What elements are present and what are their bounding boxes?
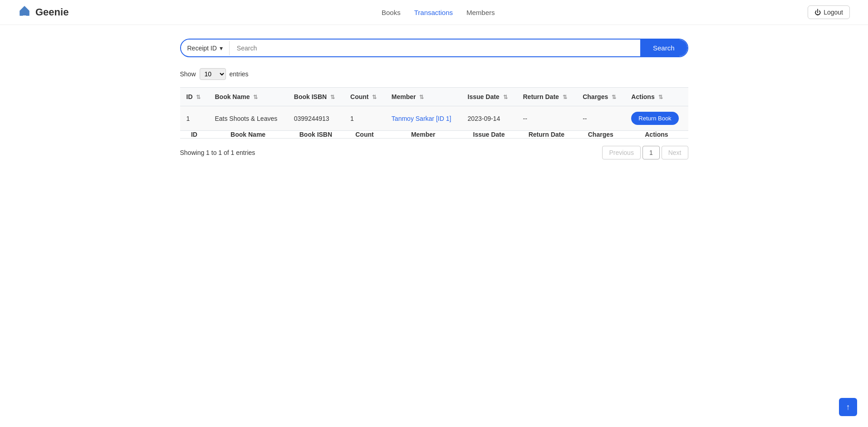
sort-member-icon: ⇅ <box>419 94 424 100</box>
pagination-info: Showing 1 to 1 of 1 entries <box>180 149 255 156</box>
next-button[interactable]: Next <box>662 146 688 159</box>
show-label: Show <box>180 70 196 78</box>
search-input[interactable] <box>230 40 640 56</box>
entries-label-after: entries <box>230 70 249 78</box>
col-issue-date[interactable]: Issue Date ⇅ <box>461 88 517 106</box>
pagination-controls: Previous 1 Next <box>602 146 688 159</box>
col-return-date[interactable]: Return Date ⇅ <box>516 88 576 106</box>
footer-col-charges: Charges <box>576 131 625 139</box>
row-charges: -- <box>576 106 625 131</box>
col-actions[interactable]: Actions ⇅ <box>625 88 688 106</box>
table-header: ID ⇅ Book Name ⇅ Book ISBN ⇅ Count ⇅ Mem… <box>180 88 688 106</box>
nav-links: Books Transactions Members <box>382 9 495 16</box>
show-entries: Show 10 25 50 100 entries <box>180 68 688 80</box>
footer-col-actions: Actions <box>625 131 688 139</box>
col-book-name[interactable]: Book Name ⇅ <box>208 88 287 106</box>
table-row: 1 Eats Shoots & Leaves 0399244913 1 Tanm… <box>180 106 688 131</box>
footer-col-book-name: Book Name <box>208 131 287 139</box>
navbar: Geenie Books Transactions Members ⏻ Logo… <box>0 0 868 25</box>
sort-actions-icon: ⇅ <box>658 94 663 100</box>
logout-icon: ⏻ <box>814 9 821 16</box>
previous-button[interactable]: Previous <box>602 146 640 159</box>
footer-col-return-date: Return Date <box>516 131 576 139</box>
search-button[interactable]: Search <box>640 40 687 56</box>
sort-id-icon: ⇅ <box>196 94 201 100</box>
page-1-button[interactable]: 1 <box>642 146 660 159</box>
row-member: Tanmoy Sarkar [ID 1] <box>385 106 461 131</box>
main-content: Receipt ID ▾ Search Show 10 25 50 100 en… <box>162 25 706 173</box>
col-charges[interactable]: Charges ⇅ <box>576 88 625 106</box>
footer-col-book-isbn: Book ISBN <box>288 131 344 139</box>
app-name: Geenie <box>35 6 69 18</box>
row-book-isbn: 0399244913 <box>288 106 344 131</box>
sort-count-icon: ⇅ <box>372 94 377 100</box>
brand: Geenie <box>18 5 69 20</box>
row-issue-date: 2023-09-14 <box>461 106 517 131</box>
return-book-button[interactable]: Return Book <box>631 112 678 125</box>
row-book-name: Eats Shoots & Leaves <box>208 106 287 131</box>
footer-col-count: Count <box>344 131 385 139</box>
footer-col-member: Member <box>385 131 461 139</box>
row-id: 1 <box>180 106 209 131</box>
logout-label: Logout <box>824 9 843 16</box>
table-body: 1 Eats Shoots & Leaves 0399244913 1 Tanm… <box>180 106 688 131</box>
col-count[interactable]: Count ⇅ <box>344 88 385 106</box>
sort-book-name-icon: ⇅ <box>253 94 258 100</box>
sort-charges-icon: ⇅ <box>612 94 616 100</box>
nav-transactions[interactable]: Transactions <box>414 9 453 16</box>
sort-return-date-icon: ⇅ <box>563 94 567 100</box>
row-count: 1 <box>344 106 385 131</box>
logout-button[interactable]: ⏻ Logout <box>808 5 850 19</box>
table-footer-header: ID Book Name Book ISBN Count Member Issu… <box>180 131 688 139</box>
svg-rect-0 <box>23 13 26 15</box>
search-filter-dropdown[interactable]: Receipt ID ▾ <box>181 41 230 55</box>
filter-label: Receipt ID <box>187 45 217 52</box>
sort-issue-date-icon: ⇅ <box>503 94 508 100</box>
pagination-section: Showing 1 to 1 of 1 entries Previous 1 N… <box>180 146 688 159</box>
entries-select[interactable]: 10 25 50 100 <box>200 68 226 80</box>
transactions-table: ID ⇅ Book Name ⇅ Book ISBN ⇅ Count ⇅ Mem… <box>180 87 688 139</box>
nav-members[interactable]: Members <box>466 9 495 16</box>
sort-book-isbn-icon: ⇅ <box>330 94 335 100</box>
footer-col-id: ID <box>180 131 209 139</box>
nav-books[interactable]: Books <box>382 9 401 16</box>
row-return-date: -- <box>516 106 576 131</box>
chevron-down-icon: ▾ <box>220 45 223 52</box>
col-id[interactable]: ID ⇅ <box>180 88 209 106</box>
col-book-isbn[interactable]: Book ISBN ⇅ <box>288 88 344 106</box>
logo-icon <box>18 5 31 20</box>
row-actions: Return Book <box>625 106 688 131</box>
search-bar: Receipt ID ▾ Search <box>180 39 688 57</box>
col-member[interactable]: Member ⇅ <box>385 88 461 106</box>
member-link[interactable]: Tanmoy Sarkar [ID 1] <box>392 115 451 122</box>
footer-col-issue-date: Issue Date <box>461 131 517 139</box>
